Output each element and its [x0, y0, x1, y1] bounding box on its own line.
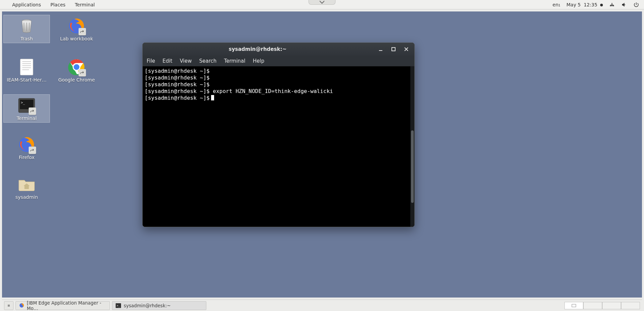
input-language[interactable]: en₁	[553, 2, 560, 7]
workspace-switcher[interactable]	[564, 302, 640, 309]
window-minimize-button[interactable]	[378, 46, 383, 52]
taskbar-item-terminal[interactable]: >_ sysadmin@rhdesk:~	[112, 301, 206, 310]
workspace-3[interactable]	[602, 302, 621, 309]
desktop-icon-label: Google Chrome	[58, 77, 95, 83]
workspace-2[interactable]	[583, 302, 602, 309]
desktop-icon-label: Lab workbook	[60, 36, 93, 41]
terminal-body[interactable]: [sysadmin@rhdesk ~]$[sysadmin@rhdesk ~]$…	[143, 66, 414, 227]
terminal-title: sysadmin@rhdesk:~	[143, 46, 373, 52]
terminal-icon: >_	[116, 303, 121, 308]
shortcut-badge-icon	[29, 147, 36, 154]
desktop-icon-lab-workbook[interactable]: Lab workbook	[53, 15, 100, 43]
outer-frame: Trash IEAM-Start-Her… >_ Terminal	[0, 9, 644, 311]
desktop-icon-column-2: Lab workbook Google Chrome	[53, 15, 100, 84]
svg-rect-16	[392, 48, 395, 51]
gnome-top-panel: Applications Places Terminal en₁ May 5 1…	[0, 0, 644, 9]
network-icon[interactable]	[609, 2, 615, 8]
svg-rect-15	[379, 50, 382, 51]
terminal-icon: >_	[18, 97, 35, 114]
firefox-icon	[18, 136, 35, 153]
window-maximize-button[interactable]	[391, 46, 396, 52]
terminal-line: [sysadmin@rhdesk ~]$	[145, 68, 412, 74]
desktop-icon-google-chrome[interactable]: Google Chrome	[53, 56, 100, 84]
panel-date[interactable]: May 5 12:35	[566, 2, 603, 7]
menu-terminal[interactable]: Terminal	[75, 2, 95, 7]
power-icon[interactable]	[633, 2, 639, 8]
desktop-icon-label: Terminal	[17, 116, 36, 121]
desktop-icon-label: Firefox	[19, 155, 34, 160]
terminal-line: [sysadmin@rhdesk ~]$ export HZN_NODE_ID=…	[145, 88, 412, 95]
taskbar-item-label: sysadmin@rhdesk:~	[124, 303, 171, 308]
terminal-line: [sysadmin@rhdesk ~]$	[145, 74, 412, 81]
desktop-icon-ieam-doc[interactable]: IEAM-Start-Her…	[3, 56, 50, 84]
terminal-titlebar[interactable]: sysadmin@rhdesk:~	[143, 43, 414, 56]
terminal-scrollbar[interactable]	[410, 66, 414, 227]
svg-rect-1	[20, 59, 33, 75]
workspace-1[interactable]	[564, 302, 583, 309]
menu-places[interactable]: Places	[51, 2, 66, 7]
window-close-button[interactable]	[404, 46, 409, 52]
home-folder-icon	[18, 176, 35, 193]
svg-rect-17	[8, 305, 8, 305]
trash-icon	[18, 17, 35, 35]
chrome-icon	[68, 58, 85, 76]
shortcut-badge-icon	[79, 69, 86, 76]
desktop-icon-terminal[interactable]: >_ Terminal	[3, 94, 50, 123]
desktop-icon-label: sysadmin	[16, 194, 38, 200]
taskbar-item-firefox[interactable]: [IBM Edge Application Manager - Mo…	[16, 301, 110, 310]
svg-rect-20	[9, 306, 9, 306]
svg-text:>_: >_	[117, 304, 120, 307]
terminal-menu-file[interactable]: File	[147, 58, 155, 64]
svg-rect-19	[8, 306, 8, 306]
terminal-menubar: File Edit View Search Terminal Help	[143, 56, 414, 66]
shortcut-badge-icon	[29, 107, 36, 115]
terminal-window[interactable]: sysadmin@rhdesk:~ File Edit View Search …	[142, 42, 415, 227]
terminal-menu-help[interactable]: Help	[253, 58, 264, 64]
svg-text:>_: >_	[21, 101, 25, 105]
terminal-line: [sysadmin@rhdesk ~]$	[145, 81, 412, 88]
show-desktop-button[interactable]	[4, 301, 13, 310]
svg-rect-18	[9, 305, 9, 305]
terminal-menu-terminal[interactable]: Terminal	[224, 58, 245, 64]
terminal-menu-edit[interactable]: Edit	[163, 58, 172, 64]
terminal-menu-view[interactable]: View	[180, 58, 192, 64]
desktop-icon-label: Trash	[21, 36, 33, 41]
desktop[interactable]: Trash IEAM-Start-Her… >_ Terminal	[2, 11, 642, 298]
terminal-cursor	[211, 95, 214, 100]
workspace-4[interactable]	[621, 302, 640, 309]
terminal-menu-search[interactable]: Search	[199, 58, 217, 64]
firefox-icon	[19, 303, 24, 308]
desktop-icon-sysadmin[interactable]: sysadmin	[3, 173, 50, 201]
volume-icon[interactable]	[621, 2, 627, 8]
firefox-icon	[68, 17, 85, 35]
bottom-taskbar: [IBM Edge Application Manager - Mo… >_ s…	[2, 300, 642, 311]
document-icon	[18, 58, 35, 76]
terminal-line: [sysadmin@rhdesk ~]$	[145, 95, 412, 101]
menu-applications[interactable]: Applications	[12, 2, 41, 7]
panel-notch-expand[interactable]	[309, 0, 335, 5]
desktop-icon-firefox[interactable]: Firefox	[3, 133, 50, 162]
shortcut-badge-icon	[79, 28, 86, 35]
notification-dot-icon	[600, 4, 603, 6]
desktop-icon-label: IEAM-Start-Her…	[7, 77, 47, 83]
svg-rect-24	[572, 304, 576, 307]
desktop-icon-trash[interactable]: Trash	[3, 15, 50, 43]
scrollbar-thumb[interactable]	[411, 130, 414, 203]
taskbar-item-label: [IBM Edge Application Manager - Mo…	[27, 300, 106, 311]
desktop-icon-column-1: Trash IEAM-Start-Her… >_ Terminal	[3, 15, 50, 201]
